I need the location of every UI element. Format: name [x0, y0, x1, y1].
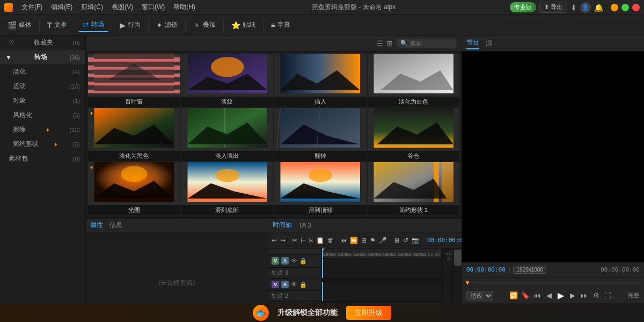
track-v-2[interactable]: V: [272, 281, 279, 288]
tab-source[interactable]: 源: [486, 38, 492, 49]
progress-bar[interactable]: [473, 282, 640, 283]
audio-button[interactable]: 🎤: [379, 235, 387, 246]
track-lock-3[interactable]: 🔒: [299, 258, 307, 265]
split-button[interactable]: ⊢: [301, 235, 306, 246]
copy-button[interactable]: ⎘: [309, 235, 313, 246]
skip-start-ctrl[interactable]: ⏮: [532, 291, 542, 301]
thumb-flip: [274, 108, 367, 148]
grid-item-shape[interactable]: 简约形状 1: [368, 162, 460, 215]
tab-info[interactable]: 信息: [109, 221, 122, 230]
sidebar-item-fade[interactable]: 淡化 (4): [0, 64, 85, 79]
sidebar-item-materials[interactable]: 素材包 (0): [0, 151, 85, 166]
export-button[interactable]: ⬆ 导出: [539, 2, 567, 13]
cut-button[interactable]: ✂: [292, 235, 297, 246]
step-fwd-button[interactable]: ▶: [568, 291, 577, 301]
sidebar-item-shape[interactable]: 简约形状 ♦ (3): [0, 137, 85, 151]
download-icon[interactable]: ⬇: [570, 3, 577, 12]
play-button[interactable]: ▶: [556, 291, 566, 301]
bookmark-button[interactable]: 🔖: [521, 291, 530, 301]
sidebar-item-transition[interactable]: ▼ 转场 (36): [0, 50, 85, 64]
menu-window[interactable]: 窗口(W): [140, 2, 167, 13]
grid-item-barn[interactable]: 谷仓: [368, 108, 460, 161]
skip-start-button[interactable]: ⏮: [340, 235, 347, 246]
grid-item-slideup[interactable]: 滑到顶部: [274, 162, 367, 215]
camera-button[interactable]: 📷: [412, 235, 420, 246]
skip-fwd-button[interactable]: ⏩: [350, 235, 358, 246]
scroll-thumb[interactable]: [454, 250, 462, 266]
marker-button[interactable]: ⚑: [370, 235, 376, 246]
sort-icon[interactable]: ☰: [376, 39, 383, 48]
track-lock-2[interactable]: 🔒: [299, 281, 307, 288]
grid-icon[interactable]: ⊞: [386, 39, 393, 48]
sidebar-item-stylize[interactable]: 风格化 (3): [0, 108, 85, 122]
item-label-slideup: 滑到顶部: [274, 205, 367, 215]
notification-icon[interactable]: 🔔: [594, 3, 603, 12]
grid-item-lens[interactable]: ♦ 光圈: [88, 162, 180, 215]
paste-button[interactable]: 📋: [316, 235, 324, 246]
tab-properties[interactable]: 属性: [90, 221, 103, 230]
track-eye-2[interactable]: 👁: [291, 281, 297, 288]
video-track-button[interactable]: 🖥: [393, 235, 400, 246]
menu-edit[interactable]: 编辑(E): [49, 2, 75, 13]
sidebar-item-motion[interactable]: 运动 (13): [0, 79, 85, 93]
grid-item-fadewhite[interactable]: 淡化为白色: [368, 54, 460, 107]
toolbar-sticker[interactable]: ⭐ 贴纸: [227, 18, 260, 32]
adapt-select[interactable]: 适应 完整: [466, 291, 493, 301]
settings-ctrl[interactable]: ⚙: [591, 291, 601, 301]
pro-button[interactable]: 专业版: [510, 2, 536, 12]
track-eye-3[interactable]: 👁: [291, 257, 297, 265]
toolbar-add[interactable]: ＋ 叠加: [189, 18, 220, 32]
redo-button[interactable]: ↪: [280, 235, 286, 246]
grid-item-slidedown[interactable]: 滑到底部: [181, 162, 274, 215]
sidebar-item-wipe[interactable]: 擦除 ♦ (12): [0, 122, 85, 137]
fullscreen-ctrl[interactable]: ⛶: [603, 291, 613, 301]
close-button[interactable]: [632, 4, 640, 11]
undo2-button[interactable]: ↺: [403, 235, 408, 246]
preview-area[interactable]: [462, 52, 644, 262]
toolbar-text[interactable]: T 文本: [43, 18, 71, 32]
step-back-button[interactable]: ◀: [544, 291, 554, 301]
skip-end-ctrl[interactable]: ⏭: [580, 291, 589, 301]
track-a-3[interactable]: A: [281, 257, 289, 265]
sidebar-item-favorites[interactable]: ♡ 收藏夹 (0): [0, 35, 85, 50]
toolbar-transition[interactable]: ⇄ 转场: [78, 18, 108, 32]
grid-item-push[interactable]: 插入: [274, 54, 367, 107]
grid-item-flip[interactable]: 翻转: [274, 108, 367, 161]
sidebar-item-object[interactable]: 对象 (1): [0, 93, 85, 108]
snap-button[interactable]: ⊞: [361, 235, 367, 246]
toolbar-action[interactable]: ▶ 行为: [115, 18, 145, 32]
menu-file[interactable]: 文件(F): [19, 2, 45, 13]
grid-item-dissolve[interactable]: 淡入淡出: [181, 108, 274, 161]
toolbar-subtitle[interactable]: ≡ 字幕: [267, 18, 295, 32]
delete-button[interactable]: 🗑: [327, 235, 334, 246]
item-label-push: 插入: [274, 97, 367, 107]
track-a-2[interactable]: A: [281, 281, 289, 288]
loop-button[interactable]: 🔁: [509, 291, 518, 301]
grid-item-blinds[interactable]: 百叶窗: [88, 54, 180, 107]
track-row-2[interactable]: [322, 282, 442, 302]
right-tabs: 节目 源: [462, 35, 644, 52]
search-input[interactable]: [410, 40, 453, 47]
tab-timeline[interactable]: 时间轴: [273, 221, 292, 230]
timeline-ruler[interactable]: 00:00:00:00 00:00:16:20 00:00:33:10 00:0…: [322, 248, 442, 259]
undo-button[interactable]: ↩: [272, 235, 277, 246]
minimize-button[interactable]: [611, 4, 618, 11]
tab-ta3[interactable]: TA 3: [298, 222, 311, 229]
menu-bar[interactable]: 文件(F) 编辑(E) 剪辑(C) 视图(V) 窗口(W) 帮助(H): [19, 2, 197, 13]
toolbar-media[interactable]: 🎬 媒体: [3, 18, 36, 32]
track-v-3[interactable]: V: [272, 257, 279, 265]
svg-rect-5: [94, 85, 174, 91]
toolbar-filter[interactable]: ✦ 滤镜: [152, 18, 182, 32]
grid-item-fade[interactable]: 淡纹: [181, 54, 274, 107]
maximize-button[interactable]: [621, 4, 629, 11]
tab-program[interactable]: 节目: [466, 37, 479, 49]
upgrade-button[interactable]: 立即升级: [346, 306, 391, 320]
menu-view[interactable]: 视图(V): [109, 2, 135, 13]
user-icon[interactable]: 👤: [580, 2, 591, 13]
grid-item-fadeblack[interactable]: ♦ 淡化为黑色: [88, 108, 180, 161]
scroll-area[interactable]: [453, 248, 462, 303]
menu-clip[interactable]: 剪辑(C): [79, 2, 105, 13]
fade-svg: [181, 54, 274, 93]
track-row-3[interactable]: [322, 259, 442, 279]
menu-help[interactable]: 帮助(H): [171, 2, 197, 13]
